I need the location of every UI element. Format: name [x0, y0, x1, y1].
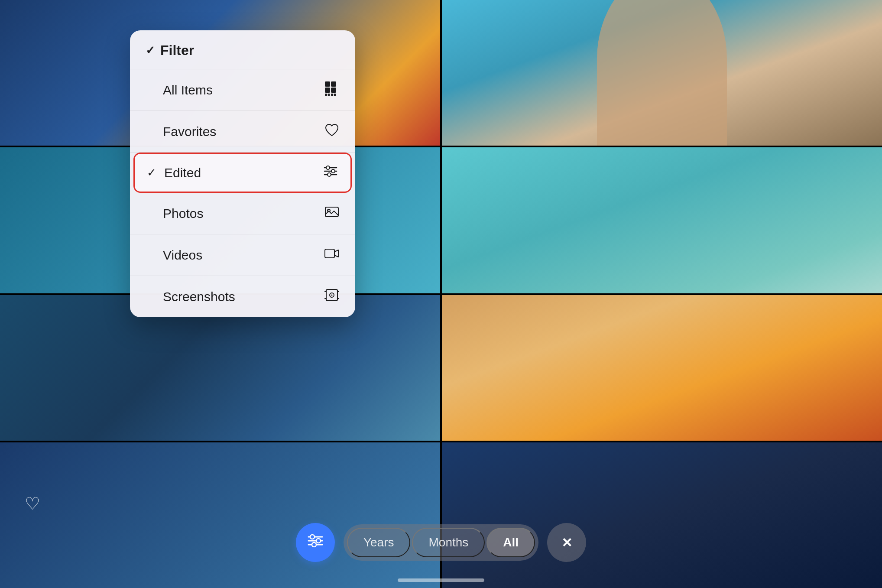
check-screenshots	[146, 290, 156, 303]
close-button[interactable]: ✕	[547, 523, 586, 562]
screenshot-icon	[324, 287, 340, 306]
heart-icon	[324, 122, 340, 141]
svg-rect-14	[325, 207, 338, 217]
svg-rect-0	[325, 81, 330, 87]
photo-2[interactable]	[442, 0, 882, 146]
svg-rect-7	[334, 94, 336, 96]
svg-rect-3	[331, 88, 336, 93]
heart-bottom-icon: ♡	[25, 494, 40, 513]
filter-item-all-items-left: All Items	[146, 83, 213, 97]
check-edited: ✓	[147, 166, 157, 179]
months-button[interactable]: Months	[412, 528, 485, 557]
all-button[interactable]: All	[486, 528, 535, 557]
filter-item-edited-left: ✓ Edited	[147, 166, 201, 180]
photo-8[interactable]	[442, 442, 882, 588]
photo-icon	[324, 204, 340, 223]
close-icon: ✕	[561, 535, 572, 550]
filter-title: Filter	[160, 42, 194, 58]
filter-item-photos[interactable]: Photos	[130, 193, 355, 234]
svg-point-24	[316, 539, 321, 543]
svg-rect-16	[325, 249, 334, 258]
time-filter-pill: Years Months All	[344, 524, 538, 561]
filter-label-screenshots: Screenshots	[163, 289, 235, 304]
sliders-fab-icon	[306, 531, 325, 554]
filter-item-favorites-left: Favorites	[146, 124, 216, 139]
filter-label-videos: Videos	[163, 248, 202, 263]
filter-fab-button[interactable]	[296, 523, 335, 562]
photo-4[interactable]	[442, 147, 882, 293]
filter-item-screenshots-left: Screenshots	[146, 289, 235, 304]
filter-item-videos[interactable]: Videos	[130, 234, 355, 276]
photo-6[interactable]	[442, 295, 882, 441]
filter-dropdown: ✓ Filter All Items Favorites	[130, 30, 355, 317]
filter-item-screenshots[interactable]: Screenshots	[130, 276, 355, 317]
filter-item-favorites[interactable]: Favorites	[130, 111, 355, 153]
favorite-button[interactable]: ♡	[17, 488, 48, 519]
sliders-icon	[323, 163, 338, 182]
check-photos	[146, 207, 156, 220]
check-videos	[146, 248, 156, 262]
svg-point-13	[328, 173, 331, 176]
check-favorites	[146, 125, 156, 138]
svg-point-25	[312, 543, 316, 547]
video-icon	[324, 246, 340, 264]
photo-7[interactable]	[0, 442, 440, 588]
svg-point-23	[310, 535, 315, 539]
filter-item-videos-left: Videos	[146, 248, 202, 263]
check-all-items	[146, 83, 156, 97]
svg-point-19	[331, 295, 333, 296]
filter-item-photos-left: Photos	[146, 206, 203, 221]
chevron-icon: ✓	[146, 44, 155, 57]
svg-point-12	[331, 169, 335, 173]
grid-icon	[324, 81, 340, 99]
filter-item-edited[interactable]: ✓ Edited	[133, 153, 352, 193]
bottom-toolbar: Years Months All ✕	[0, 523, 882, 562]
years-button[interactable]: Years	[347, 528, 411, 557]
filter-item-all-items[interactable]: All Items	[130, 69, 355, 111]
svg-rect-2	[325, 88, 330, 93]
home-indicator	[398, 578, 484, 582]
filter-label-photos: Photos	[163, 206, 203, 221]
svg-rect-5	[328, 94, 330, 96]
svg-rect-4	[325, 94, 327, 96]
filter-header: ✓ Filter	[130, 30, 355, 69]
filter-label-all-items: All Items	[163, 83, 213, 97]
svg-rect-1	[331, 81, 336, 87]
filter-label-edited: Edited	[164, 166, 201, 180]
svg-rect-6	[331, 94, 333, 96]
filter-label-favorites: Favorites	[163, 124, 216, 139]
svg-point-11	[326, 166, 330, 169]
